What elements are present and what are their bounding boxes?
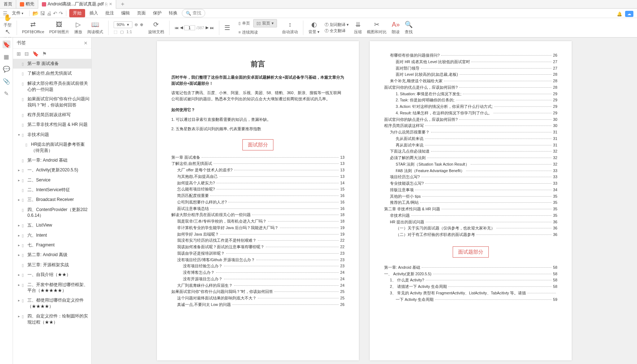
protect-tab[interactable]: 保护 bbox=[150, 9, 164, 17]
pdf-to-image[interactable]: 🖼PDF转图片 bbox=[49, 21, 69, 35]
read-aloud[interactable]: A»朗读 bbox=[392, 21, 400, 35]
autoscroll[interactable]: ↕自动滚动 bbox=[282, 21, 298, 35]
tab-home[interactable]: 首页 bbox=[0, 0, 16, 9]
zoom-in-icon[interactable]: ⊕ bbox=[140, 22, 143, 27]
select-tool[interactable]: ↖选择 bbox=[4, 28, 12, 38]
tab-daoke[interactable]: 稻壳 bbox=[16, 0, 38, 9]
undo-icon[interactable]: ↶ bbox=[53, 10, 57, 16]
play-button[interactable]: ▷播放 bbox=[74, 21, 82, 35]
pdf-icon bbox=[42, 2, 46, 6]
pin-icon[interactable]: ⎘ bbox=[105, 2, 107, 7]
cloud-badge[interactable]: ☁ bbox=[625, 11, 633, 17]
zoom-level[interactable]: 90% ▾ bbox=[114, 21, 132, 28]
first-page-icon[interactable]: ⏮ bbox=[175, 26, 179, 30]
zoom-out-icon[interactable]: ⊖ bbox=[135, 22, 138, 27]
continuous-mode[interactable]: ≡ 连续阅读 bbox=[235, 28, 277, 36]
pdf-to-office[interactable]: ⇄PDF转Office bbox=[22, 21, 44, 35]
wps-icon bbox=[20, 2, 24, 6]
notify-icon[interactable]: 🔔 bbox=[617, 12, 622, 17]
page-input[interactable] bbox=[184, 25, 195, 30]
redo-icon[interactable]: ↷ bbox=[59, 10, 63, 16]
full-translate[interactable]: Ⓣ 全文翻译 bbox=[325, 28, 349, 34]
tab-add[interactable]: ＋ bbox=[116, 0, 129, 9]
double-page-mode[interactable]: ▯▯ 双页 ▾ bbox=[253, 19, 277, 27]
single-page-mode[interactable]: ▯ 单页 bbox=[235, 19, 253, 27]
screenshot-compare[interactable]: ✂截图和对比 bbox=[367, 21, 387, 35]
search-box[interactable]: 🔍 查找 bbox=[182, 9, 205, 17]
tab-bar: 首页 稻壳 Android高级...厂面试真题.pdf⎘✕ ＋ bbox=[0, 0, 637, 9]
fit-page-icon[interactable]: ▢ bbox=[120, 30, 124, 34]
find[interactable]: 🔍查找 bbox=[405, 21, 413, 35]
convert-tab[interactable]: 转换 bbox=[166, 9, 180, 17]
ribbon: ✋手型 ↖选择 ⇄PDF转Office 🖼PDF转图片 ▷播放 📖阅读模式 90… bbox=[0, 18, 637, 38]
hand-tool[interactable]: ✋手型 bbox=[4, 14, 12, 28]
background[interactable]: ◐背景 ▾ bbox=[308, 21, 320, 35]
start-tab[interactable]: 开始 bbox=[69, 9, 85, 17]
insert-tab[interactable]: 插入 bbox=[87, 9, 101, 17]
close-icon[interactable]: ✕ bbox=[109, 2, 112, 6]
save-icon[interactable]: 🖫 bbox=[40, 10, 45, 16]
page-tab[interactable]: 页面 bbox=[134, 9, 149, 17]
open-icon[interactable]: 📂 bbox=[32, 10, 39, 16]
structure-view[interactable]: ☰ bbox=[224, 24, 230, 32]
page-total: /387 bbox=[197, 26, 204, 30]
edit-tab[interactable]: 编辑 bbox=[118, 9, 133, 17]
tab-document[interactable]: Android高级...厂面试真题.pdf⎘✕ bbox=[38, 0, 116, 9]
fit-width-icon[interactable]: ⬚ bbox=[114, 30, 117, 34]
prev-page-icon[interactable]: ◀ bbox=[180, 25, 183, 30]
last-page-icon[interactable]: ⏭ bbox=[210, 26, 214, 30]
compress[interactable]: ⇊压缩 bbox=[354, 21, 362, 35]
page-navigation: ⏮ ◀ /387 ▶ ⏭ bbox=[175, 25, 214, 30]
print-icon[interactable]: 🖨 bbox=[47, 10, 52, 16]
next-page-icon[interactable]: ▶ bbox=[206, 25, 208, 30]
actual-size-icon[interactable]: 1:1 bbox=[127, 30, 132, 34]
file-menu[interactable]: 文件 ▾ bbox=[9, 9, 26, 17]
approve-tab[interactable]: 批注 bbox=[102, 9, 117, 17]
rotate-doc[interactable]: ⟳旋转文档 bbox=[148, 21, 164, 35]
read-mode[interactable]: 📖阅读模式 bbox=[87, 21, 103, 35]
menu-toolbar: ☰ 文件 ▾ 📂 🖫 🖨 ↶ ↷ 开始 插入 批注 编辑 页面 保护 转换 🔍 … bbox=[0, 9, 637, 18]
word-translate[interactable]: Ⓣ 划词翻译 ▾ bbox=[325, 22, 349, 27]
